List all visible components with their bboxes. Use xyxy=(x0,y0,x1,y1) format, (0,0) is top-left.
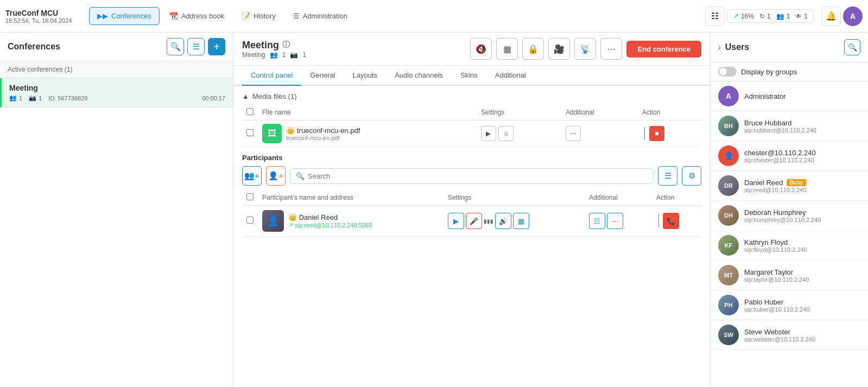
p-checkbox[interactable] xyxy=(246,217,254,224)
p-video-button[interactable]: ▶ xyxy=(448,213,464,229)
tab-general[interactable]: General xyxy=(301,66,344,86)
p-col-action: Action xyxy=(652,190,701,206)
avatar: DH xyxy=(718,205,739,226)
avatar: 👤 xyxy=(718,145,739,166)
tab-skins[interactable]: Skins xyxy=(452,66,486,86)
conferences-panel-title: Conferences xyxy=(8,42,163,52)
layout-icon: ▦ xyxy=(503,44,511,54)
p-more-button[interactable]: ⋯ xyxy=(607,213,623,229)
file-video-button[interactable]: ▶ xyxy=(481,126,496,141)
file-checkbox[interactable] xyxy=(246,129,254,136)
user-item[interactable]: PH Pablo Huber sip:huber@10.110.2.240 xyxy=(711,290,868,320)
user-item[interactable]: BH Bruce Hubbard sip:hubbard@10.110.2.24… xyxy=(711,111,868,141)
user-item[interactable]: KF Kathryn Floyd sip:floyd@10.110.2.240 xyxy=(711,231,868,261)
avatar: DR xyxy=(718,175,739,196)
users-panel-title: Users xyxy=(725,42,844,52)
p-grid-button[interactable]: ☷ xyxy=(589,213,605,229)
sub-users: 1 xyxy=(282,51,286,59)
stats-bar: ↗ 16% ↻ 1 👥 1 👁 1 xyxy=(727,9,814,23)
user-item[interactable]: 👤 chester@10.110.2.240 sip:chester@10.11… xyxy=(711,141,868,171)
more-options-button[interactable]: ⋯ xyxy=(600,38,622,60)
grid-view-button[interactable]: ☷ xyxy=(705,7,725,26)
participants-table: Participant's name and address Settings … xyxy=(242,190,701,237)
nav-administration[interactable]: ☰ Administration xyxy=(286,8,355,24)
participant-additional-actions: ☷ ⋯ xyxy=(589,213,648,229)
nav-address-book[interactable]: 📆 Address book xyxy=(162,8,232,24)
busy-badge: Busy xyxy=(787,179,806,186)
history-label: History xyxy=(254,12,275,20)
user-item[interactable]: DR Daniel Reed Busy sip:reed@10.110.2.24… xyxy=(711,171,868,201)
search-conferences-button[interactable]: 🔍 xyxy=(167,38,184,55)
file-record-button[interactable]: ■ xyxy=(649,126,664,141)
dots-icon: ⋯ xyxy=(570,130,576,137)
notification-button[interactable]: 🔔 xyxy=(821,7,841,26)
file-more-button[interactable]: ⋯ xyxy=(566,126,581,141)
broadcast-button[interactable]: 📡 xyxy=(574,38,596,60)
user-item[interactable]: SW Steve Webster sip:webster@10.110.2.24… xyxy=(711,320,868,350)
history-icon: 📝 xyxy=(242,12,250,20)
participant-row: 👤 👑 Daniel Reed ↗ sip:reed@ xyxy=(242,206,701,237)
video-icon: ▶ xyxy=(486,130,491,137)
conference-info: Meeting ⓘ Meeting 👥 1 📷 1 xyxy=(242,40,466,59)
administration-icon: ☰ xyxy=(293,12,300,20)
avatar: KF xyxy=(718,235,739,256)
p-select-all-checkbox[interactable] xyxy=(246,193,254,200)
ellipsis-icon: ⋯ xyxy=(607,44,616,54)
broadcast-icon: 📡 xyxy=(580,44,591,54)
p-layout-button[interactable]: ▦ xyxy=(513,213,529,229)
lock-button[interactable]: 🔒 xyxy=(522,38,544,60)
display-groups-label: Display by groups xyxy=(741,68,797,76)
users-search-button[interactable]: 🔍 xyxy=(844,39,860,55)
add-conference-button[interactable]: + xyxy=(208,38,225,55)
trending-icon: ↗ xyxy=(733,12,739,20)
avatar: MT xyxy=(718,265,739,286)
avatar: PH xyxy=(718,295,739,315)
filter-conferences-button[interactable]: ☰ xyxy=(187,38,205,55)
display-groups-toggle[interactable] xyxy=(718,67,737,77)
tab-control-panel[interactable]: Control panel xyxy=(242,66,301,86)
p-mute-button[interactable]: 🎤 xyxy=(466,213,482,229)
add-to-conference-button[interactable]: 👥+ xyxy=(242,166,262,186)
end-call-button[interactable]: 📞 xyxy=(663,213,679,229)
tab-layouts[interactable]: Layouts xyxy=(344,66,387,86)
tab-audio-channels[interactable]: Audio channels xyxy=(386,66,452,86)
end-conference-button[interactable]: End conference xyxy=(626,41,701,58)
conf-subtitle: Meeting xyxy=(242,51,265,59)
sort-button[interactable]: ☰ xyxy=(658,166,677,186)
user-item[interactable]: MT Margaret Taylor sip:taylor@10.110.2.2… xyxy=(711,261,868,290)
media-files-header[interactable]: ▲ Media files (1) xyxy=(242,92,701,100)
participant-name-text: Daniel Reed xyxy=(299,213,338,221)
user-addr: sip:hubbard@10.110.2.240 xyxy=(744,127,860,134)
user-name: Kathryn Floyd xyxy=(744,238,860,246)
file-audio-button[interactable]: ♫ xyxy=(498,126,514,141)
settings-button[interactable]: ⚙ xyxy=(682,166,701,186)
invite-participant-button[interactable]: 👤+ xyxy=(266,166,286,186)
user-name: Bruce Hubbard xyxy=(744,119,860,127)
tab-additional[interactable]: Additional xyxy=(486,66,535,86)
participant-name: 👑 Daniel Reed xyxy=(288,213,372,221)
stat-arrows: ↻ 1 xyxy=(759,12,771,20)
p-audio-button[interactable]: 🔊 xyxy=(495,213,511,229)
conference-item[interactable]: Meeting 👥 1 📷 1 ID: 567736828 00:00:17 xyxy=(0,78,233,107)
user-item[interactable]: DH Deborah Humphrey sip:humphrey@10.110.… xyxy=(711,201,868,231)
col-filename: File name xyxy=(258,105,477,120)
user-avatar-button[interactable]: A xyxy=(843,7,863,26)
camera-off-button[interactable]: 🎥 xyxy=(548,38,570,60)
layout-button[interactable]: ▦ xyxy=(496,38,518,60)
bell-icon: 🔔 xyxy=(826,11,837,21)
participants-search-input[interactable] xyxy=(308,172,648,180)
stat-percent: ↗ 16% xyxy=(733,12,754,20)
nav-conferences[interactable]: ▶▶ Conferences xyxy=(89,7,160,25)
user-info: Margaret Taylor sip:taylor@10.110.2.240 xyxy=(744,268,860,283)
address-book-label: Address book xyxy=(181,12,225,20)
user-item[interactable]: A Administrator xyxy=(711,81,868,111)
user-addr: sip:huber@10.110.2.240 xyxy=(744,306,860,313)
brand: TrueConf MCU 16:52:56, Tu, 16.04.2024 xyxy=(5,9,81,24)
participants-toolbar: 👥+ 👤+ 🔍 ☰ ⚙ xyxy=(242,166,701,186)
nav-history[interactable]: 📝 History xyxy=(234,8,283,24)
participants-search-box: 🔍 xyxy=(290,168,654,184)
expand-icon[interactable]: › xyxy=(718,43,721,52)
files-select-all-checkbox[interactable] xyxy=(246,108,254,115)
mute-all-button[interactable]: 🔇 xyxy=(470,38,492,60)
arrows-icon: ↻ xyxy=(759,12,765,20)
